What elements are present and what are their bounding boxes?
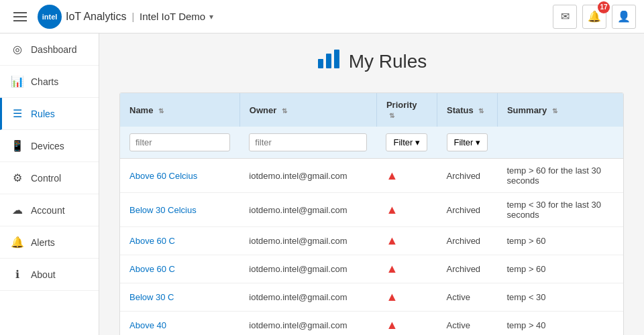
sidebar-label-about: About xyxy=(31,269,56,280)
sidebar-item-devices[interactable]: 📱 Devices xyxy=(0,130,99,162)
rule-name-cell[interactable]: Above 40 xyxy=(120,312,239,336)
rule-name-link[interactable]: Above 60 Celcius xyxy=(129,171,197,181)
col-header-status[interactable]: Status ⇅ xyxy=(437,93,498,127)
table-row: Above 60 C iotdemo.intel@gmail.com ▲ Arc… xyxy=(120,255,623,283)
navbar-separator: | xyxy=(131,11,134,22)
sidebar-item-about[interactable]: ℹ About xyxy=(0,259,99,291)
sidebar-item-control[interactable]: ⚙ Control xyxy=(0,162,99,194)
svg-rect-2 xyxy=(334,50,339,68)
rule-owner-cell: iotdemo.intel@gmail.com xyxy=(239,255,376,283)
rule-summary-cell: temp < 30 for the last 30 seconds xyxy=(497,193,623,227)
sidebar: ◎ Dashboard📊 Charts☰ Rules📱 Devices⚙ Con… xyxy=(0,34,99,335)
dashboard-icon: ◎ xyxy=(11,43,24,56)
navbar-actions: ✉ 🔔 17 👤 xyxy=(553,5,636,29)
rule-summary-cell: temp > 60 xyxy=(497,227,623,255)
table-row: Above 60 C iotdemo.intel@gmail.com ▲ Arc… xyxy=(120,227,623,255)
svg-rect-1 xyxy=(326,54,331,68)
navbar: intel IoT Analytics | Intel IoT Demo ▾ ✉… xyxy=(0,0,644,34)
mail-button[interactable]: ✉ xyxy=(553,5,577,29)
account-icon: ☁ xyxy=(11,204,24,216)
priority-warning-icon: ▲ xyxy=(386,234,398,247)
sidebar-label-charts: Charts xyxy=(31,76,58,87)
table-body: Filter ▾Filter ▾ Above 60 Celcius iotdem… xyxy=(120,127,623,335)
project-chevron[interactable]: ▾ xyxy=(209,12,213,21)
layout: ◎ Dashboard📊 Charts☰ Rules📱 Devices⚙ Con… xyxy=(0,34,644,335)
rule-name-link[interactable]: Above 60 C xyxy=(129,236,175,246)
page-header: My Rules xyxy=(119,47,624,76)
priority-warning-icon: ▲ xyxy=(386,318,398,332)
main-content: My Rules Name ⇅Owner ⇅Priority ⇅Status ⇅… xyxy=(99,34,644,335)
rule-owner-cell: iotdemo.intel@gmail.com xyxy=(239,193,376,227)
sort-icon-priority: ⇅ xyxy=(389,112,394,119)
sort-icon-status: ⇅ xyxy=(478,107,484,115)
intel-logo: intel xyxy=(38,5,62,29)
rule-name-cell[interactable]: Above 60 C xyxy=(120,255,239,283)
mail-icon: ✉ xyxy=(561,10,570,23)
user-icon: 👤 xyxy=(617,10,631,23)
sidebar-label-rules: Rules xyxy=(31,109,55,119)
hamburger-button[interactable] xyxy=(8,9,32,24)
page-icon xyxy=(317,47,341,76)
rule-priority-cell: ▲ xyxy=(376,159,437,193)
sidebar-item-dashboard[interactable]: ◎ Dashboard xyxy=(0,34,99,66)
sidebar-item-charts[interactable]: 📊 Charts xyxy=(0,66,99,98)
table-row: Below 30 C iotdemo.intel@gmail.com ▲ Act… xyxy=(120,283,623,312)
rule-name-cell[interactable]: Above 60 C xyxy=(120,227,239,255)
user-button[interactable]: 👤 xyxy=(612,5,636,29)
sidebar-label-alerts: Alerts xyxy=(31,237,55,248)
col-header-summary[interactable]: Summary ⇅ xyxy=(497,93,623,127)
rules-icon: ☰ xyxy=(11,107,24,120)
rule-name-link[interactable]: Above 60 C xyxy=(129,264,175,274)
owner-filter-input[interactable] xyxy=(249,133,367,151)
sidebar-item-rules[interactable]: ☰ Rules xyxy=(0,98,99,130)
rule-priority-cell: ▲ xyxy=(376,283,437,312)
rule-name-link[interactable]: Below 30 C xyxy=(129,292,174,302)
sidebar-item-account[interactable]: ☁ Account xyxy=(0,194,99,226)
sidebar-label-devices: Devices xyxy=(31,141,64,151)
filter-row: Filter ▾Filter ▾ xyxy=(120,127,623,159)
alerts-icon: 🔔 xyxy=(11,236,24,249)
sort-icon-summary: ⇅ xyxy=(552,107,557,115)
svg-rect-0 xyxy=(318,59,323,68)
priority-warning-icon: ▲ xyxy=(386,203,398,216)
name-filter-input[interactable] xyxy=(129,133,230,151)
col-header-priority[interactable]: Priority ⇅ xyxy=(376,93,437,127)
sort-icon-owner: ⇅ xyxy=(282,107,287,115)
rule-status-cell: Archived xyxy=(437,255,498,283)
rule-owner-cell: iotdemo.intel@gmail.com xyxy=(239,159,376,193)
priority-filter-chevron: ▾ xyxy=(415,137,420,147)
table-row: Above 60 Celcius iotdemo.intel@gmail.com… xyxy=(120,159,623,193)
rule-name-cell[interactable]: Below 30 C xyxy=(120,283,239,312)
col-header-owner[interactable]: Owner ⇅ xyxy=(239,93,376,127)
col-header-name[interactable]: Name ⇅ xyxy=(120,93,239,127)
charts-icon: 📊 xyxy=(11,75,24,88)
rule-priority-cell: ▲ xyxy=(376,227,437,255)
project-name: Intel IoT Demo xyxy=(140,11,205,22)
rule-status-cell: Active xyxy=(437,283,498,312)
notifications-button[interactable]: 🔔 17 xyxy=(582,5,606,29)
rule-name-cell[interactable]: Above 60 Celcius xyxy=(120,159,239,193)
table-header: Name ⇅Owner ⇅Priority ⇅Status ⇅Summary ⇅ xyxy=(120,93,623,127)
rule-name-link[interactable]: Below 30 Celcius xyxy=(129,205,197,215)
priority-warning-icon: ▲ xyxy=(386,169,398,182)
bell-icon: 🔔 xyxy=(588,10,601,23)
rule-status-cell: Archived xyxy=(437,159,498,193)
priority-warning-icon: ▲ xyxy=(386,262,398,275)
status-filter-chevron: ▾ xyxy=(476,137,480,147)
status-filter-button[interactable]: Filter ▾ xyxy=(447,133,488,151)
sidebar-label-account: Account xyxy=(31,205,65,216)
rule-summary-cell: temp > 60 xyxy=(497,255,623,283)
rule-priority-cell: ▲ xyxy=(376,193,437,227)
sidebar-label-dashboard: Dashboard xyxy=(31,44,77,55)
sort-icon-name: ⇅ xyxy=(158,107,164,115)
priority-filter-button[interactable]: Filter ▾ xyxy=(386,133,427,151)
rule-owner-cell: iotdemo.intel@gmail.com xyxy=(239,283,376,312)
rule-status-cell: Archived xyxy=(437,227,498,255)
rule-name-link[interactable]: Above 40 xyxy=(129,320,166,330)
table-row: Above 40 iotdemo.intel@gmail.com ▲ Activ… xyxy=(120,312,623,336)
control-icon: ⚙ xyxy=(11,172,24,184)
sidebar-item-alerts[interactable]: 🔔 Alerts xyxy=(0,226,99,259)
notification-badge: 17 xyxy=(598,1,610,13)
rule-name-cell[interactable]: Below 30 Celcius xyxy=(120,193,239,227)
rule-status-cell: Archived xyxy=(437,193,498,227)
